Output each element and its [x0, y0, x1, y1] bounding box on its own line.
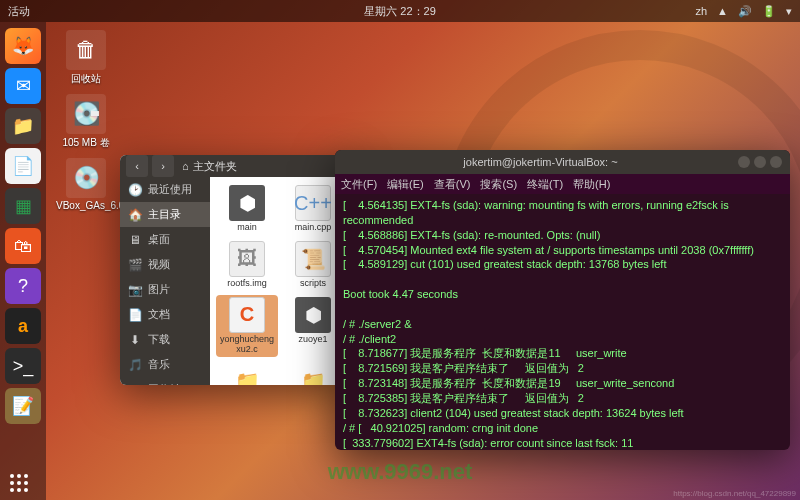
sidebar-item-icon: 🗑: [128, 383, 142, 386]
files-headerbar: ‹ › ⌂ 主文件夹: [120, 155, 350, 177]
files-content: ⬢mainC++main.cpp🖼rootfs.img📜scriptsCyong…: [210, 177, 350, 385]
watermark: www.9969.net: [328, 459, 473, 485]
sidebar-item-label: 视频: [148, 257, 170, 272]
file-icon: 📁: [295, 363, 331, 385]
sidebar-item-icon: 🎬: [128, 258, 142, 272]
desktop-icon-label: 105 MB 卷: [56, 136, 116, 150]
sidebar-item-label: 桌面: [148, 232, 170, 247]
desktop-icons: 🗑回收站💽105 MB 卷💿VBox_GAs_6.0.12: [56, 30, 116, 211]
window-close-button[interactable]: [770, 156, 782, 168]
files-window: ‹ › ⌂ 主文件夹 🕑最近使用🏠主目录🖥桌面🎬视频📷图片📄文档⬇下载🎵音乐🗑回…: [120, 155, 350, 385]
volume-icon[interactable]: 🔊: [738, 5, 752, 18]
desktop-icon[interactable]: 💽105 MB 卷: [56, 94, 116, 150]
clock[interactable]: 星期六 22：29: [364, 4, 436, 19]
file-label: main.cpp: [284, 223, 342, 233]
sidebar-item-label: 最近使用: [148, 182, 192, 197]
file-label: scripts: [284, 279, 342, 289]
path-bar[interactable]: ⌂ 主文件夹: [178, 159, 344, 174]
terminal-window: jokertim@jokertim-VirtualBox: ~ 文件(F)编辑(…: [335, 150, 790, 450]
terminal-menu-item[interactable]: 查看(V): [434, 177, 471, 192]
sidebar-item[interactable]: 📷图片: [120, 277, 210, 302]
source-url: https://blog.csdn.net/qq_47229899: [673, 489, 796, 498]
top-bar: 活动 星期六 22：29 zh ▲ 🔊 🔋 ▾: [0, 0, 800, 22]
dock-software[interactable]: 🛍: [5, 228, 41, 264]
dock: 🦊 ✉ 📁 📄 ▦ 🛍 ? a >_ 📝: [0, 22, 46, 500]
sidebar-item[interactable]: 🎵音乐: [120, 352, 210, 377]
file-icon: ⬢: [229, 185, 265, 221]
dock-help[interactable]: ?: [5, 268, 41, 304]
back-button[interactable]: ‹: [126, 155, 148, 177]
forward-button[interactable]: ›: [152, 155, 174, 177]
sidebar-item-label: 图片: [148, 282, 170, 297]
dock-terminal[interactable]: >_: [5, 348, 41, 384]
sidebar-item[interactable]: ⬇下载: [120, 327, 210, 352]
sidebar-item[interactable]: 🗑回收站: [120, 377, 210, 385]
dock-writer[interactable]: 📄: [5, 148, 41, 184]
sidebar-item[interactable]: 🖥桌面: [120, 227, 210, 252]
dock-firefox[interactable]: 🦊: [5, 28, 41, 64]
file-icon: C++: [295, 185, 331, 221]
sidebar-item-icon: 🕑: [128, 183, 142, 197]
sidebar-item-label: 音乐: [148, 357, 170, 372]
file-icon: ⬢: [295, 297, 331, 333]
dock-calc[interactable]: ▦: [5, 188, 41, 224]
sidebar-item-label: 文档: [148, 307, 170, 322]
terminal-menu-item[interactable]: 帮助(H): [573, 177, 610, 192]
file-label: main: [218, 223, 276, 233]
sidebar-item-icon: ⬇: [128, 333, 142, 347]
file-icon: 📁: [229, 363, 265, 385]
terminal-titlebar: jokertim@jokertim-VirtualBox: ~: [335, 150, 790, 174]
sidebar-item-label: 主目录: [148, 207, 181, 222]
file-label: yonghuchengxu2.c: [218, 335, 276, 355]
sidebar-item[interactable]: 🎬视频: [120, 252, 210, 277]
desktop-icon-glyph: 💽: [66, 94, 106, 134]
terminal-menu-item[interactable]: 编辑(E): [387, 177, 424, 192]
network-icon[interactable]: ▲: [717, 5, 728, 17]
file-item[interactable]: 📁文档: [216, 361, 278, 385]
file-icon: 📜: [295, 241, 331, 277]
desktop-icon-glyph: 💿: [66, 158, 106, 198]
sidebar-item[interactable]: 📄文档: [120, 302, 210, 327]
home-icon: ⌂: [182, 160, 189, 172]
file-icon: C: [229, 297, 265, 333]
path-label: 主文件夹: [193, 159, 237, 174]
desktop-icon[interactable]: 🗑回收站: [56, 30, 116, 86]
terminal-title: jokertim@jokertim-VirtualBox: ~: [343, 156, 738, 168]
sidebar-item-icon: 🖥: [128, 233, 142, 247]
file-item[interactable]: 🖼rootfs.img: [216, 239, 278, 291]
terminal-menu-item[interactable]: 搜索(S): [480, 177, 517, 192]
files-sidebar: 🕑最近使用🏠主目录🖥桌面🎬视频📷图片📄文档⬇下载🎵音乐🗑回收站💿VBox_GA……: [120, 177, 210, 385]
sidebar-item[interactable]: 🕑最近使用: [120, 177, 210, 202]
desktop-icon-glyph: 🗑: [66, 30, 106, 70]
file-label: rootfs.img: [218, 279, 276, 289]
sidebar-item-icon: 📷: [128, 283, 142, 297]
sidebar-item-icon: 🎵: [128, 358, 142, 372]
file-item[interactable]: Cyonghuchengxu2.c: [216, 295, 278, 357]
window-maximize-button[interactable]: [754, 156, 766, 168]
input-method-indicator[interactable]: zh: [695, 5, 707, 17]
show-applications-button[interactable]: [10, 474, 28, 492]
dock-amazon[interactable]: a: [5, 308, 41, 344]
terminal-output[interactable]: [ 4.564135] EXT4-fs (sda): warning: moun…: [335, 194, 790, 450]
desktop-icon-label: 回收站: [56, 72, 116, 86]
sidebar-item-icon: 🏠: [128, 208, 142, 222]
window-minimize-button[interactable]: [738, 156, 750, 168]
activities-button[interactable]: 活动: [8, 4, 30, 19]
system-menu-icon[interactable]: ▾: [786, 5, 792, 18]
dock-files[interactable]: 📁: [5, 108, 41, 144]
battery-icon[interactable]: 🔋: [762, 5, 776, 18]
sidebar-item-label: 回收站: [148, 382, 181, 385]
terminal-menubar: 文件(F)编辑(E)查看(V)搜索(S)终端(T)帮助(H): [335, 174, 790, 194]
desktop-icon[interactable]: 💿VBox_GAs_6.0.12: [56, 158, 116, 211]
desktop-icon-label: VBox_GAs_6.0.12: [56, 200, 116, 211]
file-label: zuoye1: [284, 335, 342, 345]
terminal-menu-item[interactable]: 文件(F): [341, 177, 377, 192]
dock-text-editor[interactable]: 📝: [5, 388, 41, 424]
sidebar-item[interactable]: 🏠主目录: [120, 202, 210, 227]
sidebar-item-label: 下载: [148, 332, 170, 347]
dock-thunderbird[interactable]: ✉: [5, 68, 41, 104]
terminal-menu-item[interactable]: 终端(T): [527, 177, 563, 192]
file-icon: 🖼: [229, 241, 265, 277]
file-item[interactable]: ⬢main: [216, 183, 278, 235]
sidebar-item-icon: 📄: [128, 308, 142, 322]
